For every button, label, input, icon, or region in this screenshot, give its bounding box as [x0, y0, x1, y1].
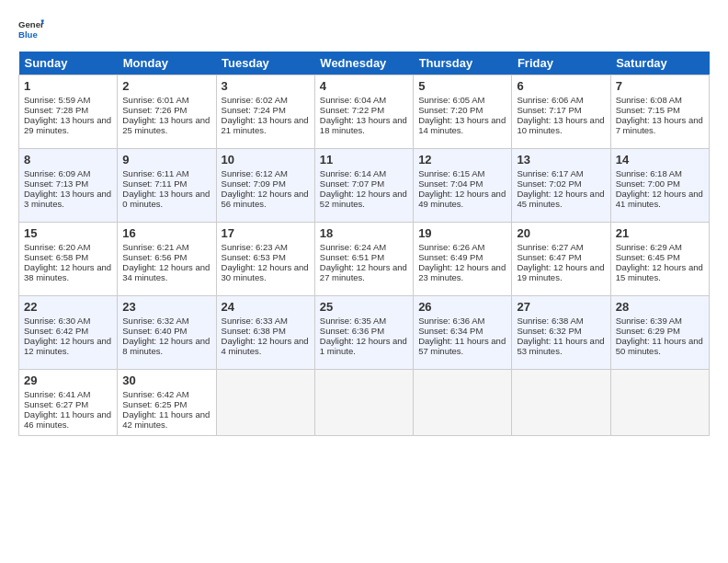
calendar-cell: 5Sunrise: 6:05 AMSunset: 7:20 PMDaylight… — [414, 75, 512, 149]
day-number: 25 — [320, 300, 408, 314]
logo-icon: General Blue — [18, 17, 44, 42]
day-number: 4 — [320, 79, 408, 93]
calendar-cell: 21Sunrise: 6:29 AMSunset: 6:45 PMDayligh… — [610, 223, 709, 296]
calendar-cell: 2Sunrise: 6:01 AMSunset: 7:26 PMDaylight… — [118, 75, 216, 149]
day-number: 29 — [24, 373, 112, 387]
calendar-cell: 29Sunrise: 6:41 AMSunset: 6:27 PMDayligh… — [19, 370, 118, 436]
day-number: 17 — [222, 226, 310, 240]
page: General Blue SundayMondayTuesdayWednesda… — [0, 0, 728, 447]
calendar-cell: 1Sunrise: 5:59 AMSunset: 7:28 PMDaylight… — [19, 75, 118, 149]
day-number: 30 — [122, 373, 210, 387]
calendar-body: 1Sunrise: 5:59 AMSunset: 7:28 PMDaylight… — [19, 75, 710, 436]
day-number: 23 — [122, 300, 210, 314]
calendar-cell: 3Sunrise: 6:02 AMSunset: 7:24 PMDaylight… — [216, 75, 314, 149]
calendar-cell — [414, 370, 512, 436]
calendar-cell: 12Sunrise: 6:15 AMSunset: 7:04 PMDayligh… — [414, 149, 512, 223]
day-number: 15 — [24, 226, 112, 240]
day-number: 22 — [24, 300, 112, 314]
svg-text:Blue: Blue — [18, 29, 38, 40]
calendar-cell: 6Sunrise: 6:06 AMSunset: 7:17 PMDaylight… — [512, 75, 610, 149]
day-number: 8 — [24, 153, 112, 167]
calendar-cell: 8Sunrise: 6:09 AMSunset: 7:13 PMDaylight… — [19, 149, 118, 223]
day-number: 5 — [418, 79, 506, 93]
calendar-cell: 9Sunrise: 6:11 AMSunset: 7:11 PMDaylight… — [118, 149, 216, 223]
calendar-cell: 22Sunrise: 6:30 AMSunset: 6:42 PMDayligh… — [19, 296, 118, 370]
day-number: 19 — [418, 226, 506, 240]
day-number: 11 — [320, 153, 408, 167]
calendar-cell: 15Sunrise: 6:20 AMSunset: 6:58 PMDayligh… — [19, 223, 118, 296]
calendar-cell: 20Sunrise: 6:27 AMSunset: 6:47 PMDayligh… — [512, 223, 610, 296]
day-header-sunday: Sunday — [19, 52, 118, 75]
calendar-cell: 7Sunrise: 6:08 AMSunset: 7:15 PMDaylight… — [610, 75, 709, 149]
calendar-cell: 16Sunrise: 6:21 AMSunset: 6:56 PMDayligh… — [118, 223, 216, 296]
calendar-cell: 23Sunrise: 6:32 AMSunset: 6:40 PMDayligh… — [118, 296, 216, 370]
day-number: 27 — [517, 300, 605, 314]
day-number: 21 — [616, 226, 704, 240]
day-header-wednesday: Wednesday — [314, 52, 413, 75]
calendar-cell: 18Sunrise: 6:24 AMSunset: 6:51 PMDayligh… — [314, 223, 413, 296]
logo: General Blue — [18, 17, 44, 42]
day-header-monday: Monday — [118, 52, 216, 75]
calendar-cell: 11Sunrise: 6:14 AMSunset: 7:07 PMDayligh… — [314, 149, 413, 223]
day-number: 9 — [122, 153, 210, 167]
day-number: 1 — [24, 79, 112, 93]
calendar-cell: 27Sunrise: 6:38 AMSunset: 6:32 PMDayligh… — [512, 296, 610, 370]
day-number: 3 — [222, 79, 310, 93]
calendar-cell — [314, 370, 413, 436]
calendar-cell: 24Sunrise: 6:33 AMSunset: 6:38 PMDayligh… — [216, 296, 314, 370]
day-number: 26 — [418, 300, 506, 314]
calendar-cell — [512, 370, 610, 436]
calendar-cell: 25Sunrise: 6:35 AMSunset: 6:36 PMDayligh… — [314, 296, 413, 370]
calendar-cell: 19Sunrise: 6:26 AMSunset: 6:49 PMDayligh… — [414, 223, 512, 296]
day-number: 20 — [517, 226, 605, 240]
calendar-cell — [216, 370, 314, 436]
day-number: 2 — [122, 79, 210, 93]
calendar-cell: 10Sunrise: 6:12 AMSunset: 7:09 PMDayligh… — [216, 149, 314, 223]
calendar-cell: 4Sunrise: 6:04 AMSunset: 7:22 PMDaylight… — [314, 75, 413, 149]
day-number: 7 — [616, 79, 704, 93]
day-number: 16 — [122, 226, 210, 240]
day-number: 14 — [616, 153, 704, 167]
calendar-cell — [610, 370, 709, 436]
day-number: 13 — [517, 153, 605, 167]
day-number: 24 — [222, 300, 310, 314]
calendar-cell: 28Sunrise: 6:39 AMSunset: 6:29 PMDayligh… — [610, 296, 709, 370]
calendar-cell: 17Sunrise: 6:23 AMSunset: 6:53 PMDayligh… — [216, 223, 314, 296]
day-header-saturday: Saturday — [610, 52, 709, 75]
day-header-tuesday: Tuesday — [216, 52, 314, 75]
calendar-cell: 26Sunrise: 6:36 AMSunset: 6:34 PMDayligh… — [414, 296, 512, 370]
svg-text:General: General — [18, 19, 44, 29]
day-header-friday: Friday — [512, 52, 610, 75]
calendar-header-row: SundayMondayTuesdayWednesdayThursdayFrid… — [19, 52, 710, 75]
day-header-thursday: Thursday — [414, 52, 512, 75]
day-number: 6 — [517, 79, 605, 93]
header: General Blue — [18, 17, 710, 42]
day-number: 18 — [320, 226, 408, 240]
calendar-cell: 13Sunrise: 6:17 AMSunset: 7:02 PMDayligh… — [512, 149, 610, 223]
calendar-cell: 30Sunrise: 6:42 AMSunset: 6:25 PMDayligh… — [118, 370, 216, 436]
calendar-table: SundayMondayTuesdayWednesdayThursdayFrid… — [18, 52, 710, 436]
day-number: 10 — [222, 153, 310, 167]
day-number: 12 — [418, 153, 506, 167]
calendar-cell: 14Sunrise: 6:18 AMSunset: 7:00 PMDayligh… — [610, 149, 709, 223]
day-number: 28 — [616, 300, 704, 314]
